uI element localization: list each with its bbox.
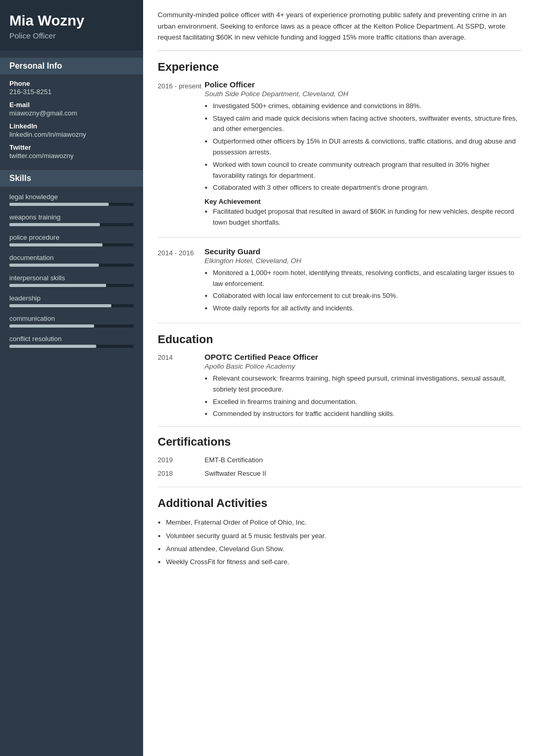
certifications-heading: Certifications (158, 435, 521, 449)
bullet-item: Relevant coursework: firearms training, … (213, 373, 521, 395)
experience-item: 2016 - present Police Officer South Side… (158, 80, 521, 238)
cert-date: 2018 (158, 468, 205, 479)
skill-name: documentation (9, 254, 134, 262)
certifications-list: 2019 EMT-B Certification 2018 Swiftwater… (158, 455, 521, 478)
skill-name: legal knowledge (9, 193, 134, 201)
skill-bar-fill (9, 284, 106, 287)
activity-item: Annual attendee, Cleveland Gun Show. (166, 543, 521, 555)
key-achievement-bullets: Facilitated budget proposal that resulte… (205, 206, 521, 228)
skill-bar (9, 284, 134, 287)
key-achievement-label: Key Achievement (205, 198, 521, 205)
cert-name: Swiftwater Rescue II (205, 468, 521, 479)
bullet-item: Stayed calm and made quick decisions whe… (213, 113, 521, 135)
experience-heading: Experience (158, 60, 521, 74)
cert-date: 2019 (158, 455, 205, 465)
education-heading: Education (158, 333, 521, 346)
cert-item: 2019 EMT-B Certification (158, 455, 521, 465)
certifications-section: Certifications 2019 EMT-B Certification … (158, 435, 521, 487)
skills-section: Skills legal knowledge weapons training … (0, 163, 143, 360)
education-list: 2014 OPOTC Certified Peace Officer Apoll… (158, 353, 521, 427)
bullet-item: Outperformed other officers by 15% in DU… (213, 136, 521, 158)
skill-bar (9, 324, 134, 328)
bullet-item: Commended by instructors for traffic acc… (213, 409, 521, 420)
edu-details: OPOTC Certified Peace Officer Apollo Bas… (205, 353, 521, 421)
exp-job-title: Police Officer (205, 80, 521, 89)
skill-name: communication (9, 315, 134, 322)
skill-bar (9, 264, 134, 267)
linkedin-value: linkedin.com/in/miawozny (9, 131, 134, 138)
skill-bar (9, 203, 134, 206)
bullet-item: Investigated 500+ crimes, obtaining evid… (213, 101, 521, 112)
exp-company: Elkington Hotel, Cleveland, OH (205, 257, 521, 265)
main-content: Community-minded police officer with 4+ … (143, 0, 536, 756)
activity-item: Member, Fraternal Order of Police of Ohi… (166, 516, 521, 528)
sidebar: Mia Wozny Police Officer Personal Info P… (0, 0, 143, 756)
bullet-item: Collaborated with local law enforcement … (213, 291, 521, 302)
activity-item: Weekly CrossFit for fitness and self-car… (166, 556, 521, 568)
exp-date: 2014 - 2016 (158, 247, 205, 316)
summary: Community-minded police officer with 4+ … (158, 9, 521, 51)
education-section: Education 2014 OPOTC Certified Peace Off… (158, 333, 521, 427)
edu-date: 2014 (158, 353, 205, 421)
skills-heading: Skills (0, 170, 143, 187)
activity-item: Volunteer security guard at 5 music fest… (166, 530, 521, 542)
cert-name: EMT-B Certification (205, 455, 521, 465)
skill-name: interpersonal skills (9, 274, 134, 282)
skill-item: police procedure (9, 233, 134, 246)
skill-item: legal knowledge (9, 193, 134, 206)
activities-list: Member, Fraternal Order of Police of Ohi… (158, 516, 521, 568)
skill-item: interpersonal skills (9, 274, 134, 287)
exp-bullets: Investigated 500+ crimes, obtaining evid… (205, 101, 521, 193)
bullet-item: Facilitated budget proposal that resulte… (213, 206, 521, 228)
bullet-item: Wrote daily reports for all activity and… (213, 303, 521, 314)
exp-date: 2016 - present (158, 80, 205, 230)
phone-value: 216-315-8251 (9, 88, 134, 96)
edu-bullets: Relevant coursework: firearms training, … (205, 373, 521, 420)
skill-bar-fill (9, 264, 99, 267)
skill-bar-fill (9, 243, 103, 246)
skill-item: communication (9, 315, 134, 328)
personal-info-section: Personal Info Phone 216-315-8251 E-mail … (0, 50, 143, 163)
exp-details: Security Guard Elkington Hotel, Clevelan… (205, 247, 521, 316)
linkedin-label: LinkedIn (9, 122, 134, 130)
skill-name: weapons training (9, 213, 134, 221)
cert-item: 2018 Swiftwater Rescue II (158, 468, 521, 479)
skill-bar (9, 223, 134, 226)
email-label: E-mail (9, 101, 134, 109)
sidebar-header: Mia Wozny Police Officer (0, 0, 143, 50)
skill-item: conflict resolution (9, 335, 134, 348)
skill-bar-fill (9, 223, 100, 226)
skill-item: weapons training (9, 213, 134, 226)
exp-job-title: Security Guard (205, 247, 521, 256)
candidate-name: Mia Wozny (9, 12, 134, 29)
skill-bar (9, 304, 134, 307)
experience-list: 2016 - present Police Officer South Side… (158, 80, 521, 323)
skill-name: conflict resolution (9, 335, 134, 343)
email-value: miawozny@gmail.com (9, 109, 134, 117)
skill-bar-fill (9, 324, 94, 328)
skill-bar (9, 243, 134, 246)
experience-item: 2014 - 2016 Security Guard Elkington Hot… (158, 247, 521, 323)
candidate-title: Police Officer (9, 31, 134, 40)
skill-bar-fill (9, 203, 109, 206)
personal-info-heading: Personal Info (0, 58, 143, 74)
twitter-value: twitter.com/miawozny (9, 152, 134, 160)
experience-section: Experience 2016 - present Police Officer… (158, 60, 521, 323)
activities-section: Additional Activities Member, Fraternal … (158, 497, 521, 568)
twitter-label: Twitter (9, 144, 134, 151)
bullet-item: Worked with town council to create commu… (213, 160, 521, 181)
skill-bar (9, 345, 134, 348)
exp-bullets: Monitored a 1,000+ room hotel, identifyi… (205, 268, 521, 314)
edu-degree: OPOTC Certified Peace Officer (205, 353, 521, 361)
skill-name: police procedure (9, 233, 134, 241)
skills-list: legal knowledge weapons training police … (9, 193, 134, 348)
skill-item: documentation (9, 254, 134, 267)
activities-heading: Additional Activities (158, 497, 521, 510)
skill-name: leadership (9, 294, 134, 302)
skill-item: leadership (9, 294, 134, 307)
exp-company: South Side Police Department, Cleveland,… (205, 90, 521, 98)
bullet-item: Monitored a 1,000+ room hotel, identifyi… (213, 268, 521, 290)
education-item: 2014 OPOTC Certified Peace Officer Apoll… (158, 353, 521, 427)
bullet-item: Excelled in firearms training and docume… (213, 397, 521, 408)
phone-label: Phone (9, 80, 134, 87)
